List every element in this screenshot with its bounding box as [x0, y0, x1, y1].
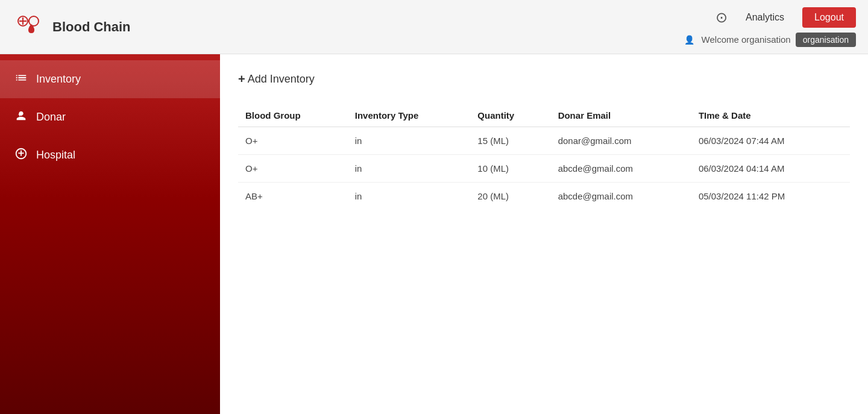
col-time-date: TIme & Date: [691, 104, 850, 127]
sidebar-label-hospital: Hospital: [36, 149, 75, 162]
cell-time-date: 05/03/2024 11:42 PM: [691, 183, 850, 210]
cell-quantity: 15 (ML): [470, 127, 550, 155]
cell-donar-email: abcde@gmail.com: [551, 155, 691, 183]
col-donar-email: Donar Email: [551, 104, 691, 127]
col-blood-group: Blood Group: [238, 104, 348, 127]
user-icon: 👤: [684, 35, 694, 45]
cell-blood-group: O+: [238, 155, 348, 183]
inventory-table: Blood Group Inventory Type Quantity Dona…: [238, 104, 850, 210]
header: Blood Chain ⊙ Analytics Logout 👤 Welcome…: [0, 0, 868, 54]
table-row: O+ in 15 (ML) donar@gmail.com 06/03/2024…: [238, 127, 850, 155]
header-right: ⊙ Analytics Logout 👤 Welcome organisatio…: [684, 7, 856, 47]
sidebar-label-donar: Donar: [36, 111, 66, 124]
sidebar-item-donar[interactable]: Donar: [0, 98, 220, 136]
donar-icon: [14, 109, 28, 125]
cell-donar-email: donar@gmail.com: [551, 127, 691, 155]
github-icon: ⊙: [715, 9, 728, 26]
main-layout: Inventory Donar Hospital +: [0, 54, 868, 414]
sidebar: Inventory Donar Hospital: [0, 54, 220, 414]
table-row: O+ in 10 (ML) abcde@gmail.com 06/03/2024…: [238, 155, 850, 183]
analytics-link[interactable]: Analytics: [746, 12, 784, 23]
brand-name: Blood Chain: [52, 19, 131, 35]
table-row: AB+ in 20 (ML) abcde@gmail.com 05/03/202…: [238, 183, 850, 210]
cell-blood-group: O+: [238, 127, 348, 155]
sidebar-label-inventory: Inventory: [36, 73, 81, 86]
table-body: O+ in 15 (ML) donar@gmail.com 06/03/2024…: [238, 127, 850, 210]
hospital-icon: [14, 147, 28, 163]
cell-inventory-type: in: [348, 127, 471, 155]
plus-icon: +: [238, 72, 245, 86]
cell-donar-email: abcde@gmail.com: [551, 183, 691, 210]
cell-quantity: 10 (ML): [470, 155, 550, 183]
table-header: Blood Group Inventory Type Quantity Dona…: [238, 104, 850, 127]
bloodchain-logo: [12, 10, 45, 43]
svg-point-0: [12, 10, 45, 43]
cell-inventory-type: in: [348, 183, 471, 210]
cell-time-date: 06/03/2024 07:44 AM: [691, 127, 850, 155]
welcome-row: 👤 Welcome organisation organisation: [684, 33, 856, 47]
cell-quantity: 20 (ML): [470, 183, 550, 210]
welcome-text: Welcome organisation: [702, 34, 791, 45]
cell-blood-group: AB+: [238, 183, 348, 210]
org-badge: organisation: [796, 33, 856, 47]
sidebar-item-inventory[interactable]: Inventory: [0, 60, 220, 98]
main-content: + Add Inventory Blood Group Inventory Ty…: [220, 54, 868, 414]
header-top-row: ⊙ Analytics Logout: [715, 7, 856, 28]
brand-section: Blood Chain: [12, 10, 131, 43]
sidebar-item-hospital[interactable]: Hospital: [0, 136, 220, 174]
add-inventory-button[interactable]: + Add Inventory: [238, 66, 315, 92]
cell-time-date: 06/03/2024 04:14 AM: [691, 155, 850, 183]
logout-button[interactable]: Logout: [802, 7, 856, 28]
col-inventory-type: Inventory Type: [348, 104, 471, 127]
inventory-icon: [14, 71, 28, 87]
cell-inventory-type: in: [348, 155, 471, 183]
add-inventory-label: Add Inventory: [248, 73, 315, 86]
col-quantity: Quantity: [470, 104, 550, 127]
